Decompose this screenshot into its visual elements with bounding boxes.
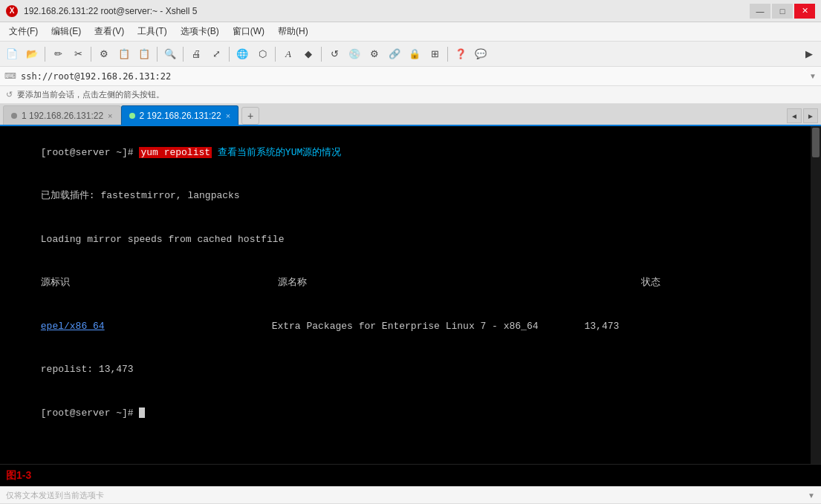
prompt-2: [root@server ~]#: [41, 408, 140, 419]
app-icon: X: [6, 5, 18, 17]
toolbar-lock[interactable]: 🔒: [406, 45, 424, 63]
repolist-count: repolist: 13,473: [41, 364, 134, 375]
col1-header: 源标识: [41, 277, 70, 288]
toolbar-print[interactable]: 🖨: [187, 45, 205, 63]
terminal-line-5: epel/x86_64Extra Packages for Enterprise…: [6, 304, 805, 348]
toolbar-disc[interactable]: 💿: [345, 45, 363, 63]
menu-tabs[interactable]: 选项卡(B): [175, 24, 225, 39]
tab-nav-left[interactable]: ◄: [787, 108, 802, 123]
toolbar: 📄 📂 ✏ ✂ ⚙ 📋 📋 🔍 🖨 ⤢ 🌐 ⬡ A ◆ ↺ 💿 ⚙ 🔗 🔒 ⊞ …: [0, 42, 821, 67]
tab-add-button[interactable]: +: [241, 107, 259, 125]
toolbar-font[interactable]: A: [279, 45, 297, 63]
scrollbar-thumb[interactable]: [812, 128, 820, 157]
terminal-line-4: 源标识源名称状态: [6, 261, 805, 305]
input-placeholder: 仅将文本发送到当前选项卡: [6, 490, 808, 501]
line3-text: Loading mirror speeds from cached hostfi…: [41, 234, 285, 245]
terminal-line-6: repolist: 13,473: [6, 348, 805, 392]
repo-id: epel/x86_64: [41, 321, 105, 332]
address-dropdown[interactable]: ▼: [809, 72, 817, 80]
close-button[interactable]: ✕: [794, 4, 815, 19]
toolbar-copy[interactable]: 📋: [115, 45, 133, 63]
toolbar-refresh[interactable]: ↺: [325, 45, 343, 63]
terminal-wrapper: [root@server ~]# yum repolist 查看当前系统的YUM…: [0, 126, 821, 464]
terminal-line-7: [root@server ~]#: [6, 391, 805, 435]
toolbar-diamond[interactable]: ◆: [299, 45, 317, 63]
menu-view[interactable]: 查看(V): [88, 24, 130, 39]
tab-nav: ◄ ►: [787, 108, 818, 125]
command-highlight: yum repolist: [139, 147, 212, 158]
comment-1: 查看当前系统的YUM源的情况: [212, 147, 341, 158]
tab-2-label: 2 192.168.26.131:22: [140, 111, 221, 121]
info-icon: ↺: [6, 90, 13, 99]
toolbar-hex[interactable]: ⬡: [253, 45, 271, 63]
maximize-button[interactable]: □: [772, 4, 793, 19]
address-icon: ⌨: [4, 71, 16, 81]
repo-status: 13,473: [585, 321, 620, 332]
toolbar-search[interactable]: 🔍: [161, 45, 179, 63]
menu-edit[interactable]: 编辑(E): [45, 24, 87, 39]
tab-1-close[interactable]: ×: [108, 111, 112, 120]
address-bar: ⌨ ssh://root@192.168.26.131:22 ▼: [0, 67, 821, 86]
toolbar-globe[interactable]: 🌐: [233, 45, 251, 63]
title-bar: X 192.168.26.131:22 root@server:~ - Xshe…: [0, 0, 821, 22]
tab-nav-right[interactable]: ►: [803, 108, 818, 123]
figure-label: 图1-3: [6, 469, 31, 482]
tab-2-close[interactable]: ×: [226, 111, 230, 120]
line2-text: 已加载插件: fastestmirror, langpacks: [41, 190, 240, 201]
terminal-line-2: 已加载插件: fastestmirror, langpacks: [6, 174, 805, 218]
toolbar-link[interactable]: 🔗: [386, 45, 403, 63]
toolbar-cut[interactable]: ✂: [69, 45, 87, 63]
toolbar-overflow[interactable]: ▶: [800, 45, 818, 63]
terminal-line-3: Loading mirror speeds from cached hostfi…: [6, 217, 805, 261]
input-dropdown[interactable]: ▼: [808, 491, 815, 500]
toolbar-help2[interactable]: ❓: [452, 45, 470, 63]
col2-header: 源名称: [278, 277, 307, 288]
tab-1[interactable]: 1 192.168.26.131:22 ×: [3, 105, 121, 125]
repo-name: Extra Packages for Enterprise Linux 7 - …: [272, 321, 539, 332]
tab-2-dot: [129, 113, 135, 119]
menu-tools[interactable]: 工具(T): [132, 24, 172, 39]
toolbar-open[interactable]: 📂: [23, 45, 41, 63]
toolbar-chat[interactable]: 💬: [472, 45, 490, 63]
menu-file[interactable]: 文件(F): [3, 24, 44, 39]
menu-help[interactable]: 帮助(H): [272, 24, 314, 39]
tab-1-dot: [11, 113, 17, 119]
toolbar-edit[interactable]: ✏: [49, 45, 67, 63]
menu-window[interactable]: 窗口(W): [227, 24, 270, 39]
tab-2[interactable]: 2 192.168.26.131:22 ×: [121, 105, 239, 125]
figure-label-bar: 图1-3: [0, 464, 821, 486]
info-bar: ↺ 要添加当前会话，点击左侧的箭头按钮。: [0, 86, 821, 104]
minimize-button[interactable]: —: [750, 4, 770, 19]
prompt-1: [root@server ~]#: [41, 147, 140, 158]
toolbar-gear2[interactable]: ⚙: [366, 45, 383, 63]
toolbar-new[interactable]: 📄: [3, 45, 21, 63]
tab-1-label: 1 192.168.26.131:22: [22, 111, 103, 121]
input-bar[interactable]: 仅将文本发送到当前选项卡 ▼: [0, 486, 821, 504]
window-title: 192.168.26.131:22 root@server:~ - Xshell…: [24, 6, 197, 16]
col3-header: 状态: [641, 277, 661, 288]
toolbar-key[interactable]: ⊞: [426, 45, 444, 63]
toolbar-resize[interactable]: ⤢: [207, 45, 225, 63]
window-controls: — □ ✕: [750, 4, 815, 19]
terminal-scrollbar[interactable]: [811, 126, 821, 464]
menu-bar: 文件(F) 编辑(E) 查看(V) 工具(T) 选项卡(B) 窗口(W) 帮助(…: [0, 22, 821, 42]
terminal-cursor: [139, 408, 145, 418]
tab-bar: 1 192.168.26.131:22 × 2 192.168.26.131:2…: [0, 104, 821, 126]
terminal[interactable]: [root@server ~]# yum repolist 查看当前系统的YUM…: [0, 126, 811, 464]
toolbar-settings[interactable]: ⚙: [95, 45, 113, 63]
info-text: 要添加当前会话，点击左侧的箭头按钮。: [17, 89, 164, 100]
terminal-line-1: [root@server ~]# yum repolist 查看当前系统的YUM…: [6, 131, 805, 174]
address-text: ssh://root@192.168.26.131:22: [21, 71, 171, 82]
toolbar-paste[interactable]: 📋: [135, 45, 153, 63]
